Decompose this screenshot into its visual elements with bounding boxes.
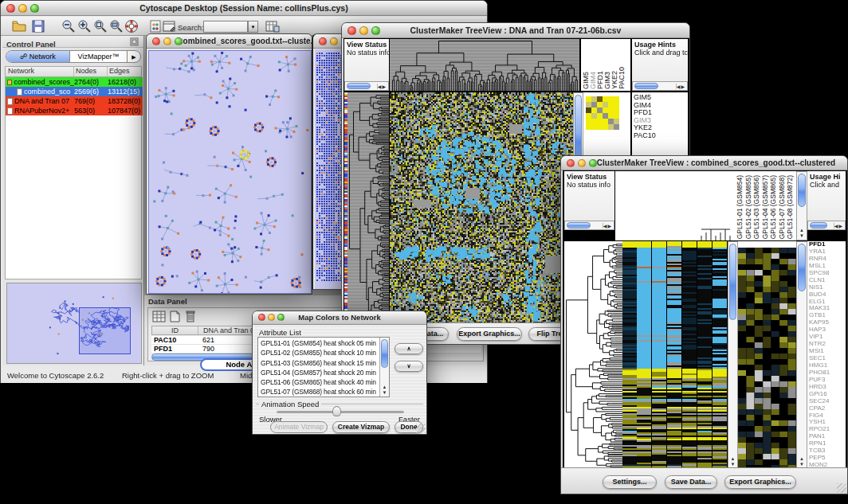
treeview1-titlebar[interactable]: ClusterMaker TreeView : DNA and Tran 07-… bbox=[342, 23, 689, 38]
attribute-list-item[interactable]: GPL51-07 (GSM868) heat shock 60 min bbox=[258, 387, 389, 397]
col-header-edges[interactable]: Edges bbox=[108, 67, 130, 76]
tv1-heatmap-canvas[interactable] bbox=[390, 92, 573, 324]
attribute-listbox[interactable]: GPL51-01 (GSM854) heat shock 05 minGPL51… bbox=[257, 337, 390, 397]
close-button[interactable] bbox=[152, 37, 160, 45]
search-dropdown-button[interactable]: ▼ bbox=[248, 21, 258, 33]
tv2-column-dendrogram[interactable] bbox=[615, 171, 735, 240]
attribute-list-item[interactable]: GPL51-04 (GSM857) heat shock 20 min bbox=[258, 368, 389, 377]
tv2-usage-hscrollbar[interactable]: ◀▶ bbox=[807, 221, 846, 230]
create-vizmap-button[interactable]: Create Vizmap bbox=[332, 421, 390, 433]
tv2-gene-vscrollbar[interactable]: ▲▼ bbox=[796, 241, 807, 469]
move-down-button[interactable]: ∨ bbox=[395, 361, 423, 372]
data-row-id: PFD1 bbox=[151, 345, 198, 353]
attribute-list-item[interactable]: GPL51-06 (GSM865) heat shock 40 min bbox=[258, 377, 389, 387]
save-icon[interactable] bbox=[31, 19, 45, 33]
zoom-button[interactable] bbox=[277, 314, 285, 321]
attribute-list-item[interactable]: GPL51-01 (GSM854) heat shock 05 min bbox=[258, 338, 389, 348]
vizmapper-icon[interactable] bbox=[150, 19, 161, 33]
zoom-out-icon[interactable] bbox=[61, 19, 76, 33]
annotation-icon[interactable] bbox=[163, 19, 175, 33]
tv1-status-hscrollbar[interactable]: ◀▶ bbox=[344, 81, 389, 91]
zoom-button[interactable] bbox=[175, 37, 183, 45]
new-attribute-icon[interactable] bbox=[170, 311, 180, 322]
tv2-settings-button[interactable]: Settings... bbox=[603, 475, 657, 489]
control-panel-title: Control Panel bbox=[2, 40, 56, 49]
animate-vizmap-button[interactable]: Animate Vizmap bbox=[270, 421, 328, 433]
tv1-column-label[interactable]: PAC10 bbox=[618, 67, 626, 89]
resize-grip[interactable] bbox=[837, 483, 846, 493]
attribute-list-item[interactable]: GPL51-02 (GSM855) heat shock 10 min bbox=[258, 348, 389, 357]
network-table-row[interactable]: combined_sco2569(6)13112(15) bbox=[6, 87, 143, 96]
col-header-network[interactable]: Network bbox=[6, 67, 74, 76]
zoom-button[interactable] bbox=[30, 4, 39, 13]
tv2-heatmap-vscrollbar[interactable]: ▲▼ bbox=[728, 241, 738, 469]
tv2-export-graphics-button[interactable]: Export Graphics... bbox=[724, 475, 796, 489]
close-button[interactable] bbox=[347, 26, 356, 35]
delete-attribute-icon[interactable] bbox=[185, 310, 196, 322]
data-col-id[interactable]: ID bbox=[152, 326, 198, 334]
tv2-save-data-button[interactable]: Save Data... bbox=[665, 475, 717, 489]
close-button[interactable] bbox=[319, 37, 327, 45]
minimize-button[interactable] bbox=[359, 26, 368, 35]
attribute-list-vscrollbar[interactable]: ▲▼ bbox=[379, 338, 389, 397]
table-mode-icon[interactable] bbox=[152, 311, 166, 322]
tv2-column-label[interactable]: GPL51-02 (GSM855) bbox=[744, 175, 753, 239]
resize-grip[interactable] bbox=[416, 424, 426, 433]
tv1-export-graphics-button[interactable]: Export Graphics... bbox=[457, 327, 522, 341]
tv2-row-dendrogram[interactable] bbox=[564, 241, 622, 469]
tv2-column-label[interactable]: GPL51-03 (GSM856) bbox=[752, 175, 761, 239]
tv1-usage-hscrollbar[interactable]: ◀▶ bbox=[632, 81, 688, 91]
animation-speed-label: Animation Speed bbox=[259, 400, 321, 408]
help-lifering-icon[interactable] bbox=[124, 19, 139, 33]
search-input[interactable] bbox=[203, 21, 248, 33]
network-table-row[interactable]: RNAPuberNov2+563(0)107847(0) bbox=[6, 106, 143, 115]
tv2-secondary-heatmap[interactable] bbox=[738, 241, 796, 469]
network-table-row[interactable]: combined_scores_2764(0)16218(0) bbox=[6, 77, 143, 87]
dialog-titlebar[interactable]: Map Colors to Network bbox=[253, 311, 426, 325]
tab-vizmapper[interactable]: VizMapper™ bbox=[70, 51, 128, 62]
main-titlebar[interactable]: Cytoscape Desktop (Session Name: collins… bbox=[1, 1, 487, 16]
tv2-column-label[interactable]: GPL51-07 (GSM868) bbox=[778, 175, 787, 239]
minimize-button[interactable] bbox=[578, 159, 586, 167]
tv2-column-label[interactable]: GPL51-08 (GSM872) bbox=[786, 175, 795, 239]
tv1-correlation-matrix[interactable] bbox=[586, 96, 619, 130]
minimize-button[interactable] bbox=[330, 37, 338, 45]
tv1-row-dendrogram[interactable] bbox=[347, 92, 389, 324]
zoom-button[interactable] bbox=[589, 159, 597, 167]
folder-icon bbox=[7, 80, 12, 85]
animation-speed-slider-thumb[interactable] bbox=[332, 406, 341, 416]
status-hint-zoom: Right-click + drag to ZOOM bbox=[122, 371, 214, 380]
data-row-value: 621 bbox=[198, 336, 214, 344]
tab-overflow-button[interactable]: ▶ bbox=[128, 51, 140, 62]
attribute-list-item[interactable]: GPL51-03 (GSM856) heat shock 15 min bbox=[258, 358, 389, 368]
birdseye-view-canvas[interactable] bbox=[6, 283, 142, 364]
zoom-selected-icon[interactable] bbox=[93, 19, 108, 33]
tab-network[interactable]: ☍ Network bbox=[6, 51, 70, 62]
zoom-button[interactable] bbox=[371, 26, 380, 35]
tv2-column-label[interactable]: GPL51-04 (GSM857) bbox=[761, 175, 770, 239]
zoom-in-icon[interactable] bbox=[77, 19, 92, 33]
tv2-collabel-vscrollbar[interactable]: ▲▼ bbox=[796, 171, 807, 240]
close-button[interactable] bbox=[6, 4, 15, 13]
zoom-fit-icon[interactable] bbox=[109, 19, 124, 33]
tv2-heatmap-canvas[interactable] bbox=[622, 241, 728, 469]
network-table-row[interactable]: DNA and Tran 07769(0)183728(0) bbox=[6, 96, 143, 106]
network-window-titlebar[interactable]: combined_scores_good.txt--cluste... bbox=[147, 34, 312, 49]
tv1-row-label[interactable]: PAC10 bbox=[632, 132, 688, 140]
tv2-column-label[interactable]: GPL51-01 (GSM854) bbox=[736, 175, 744, 239]
close-button[interactable] bbox=[258, 314, 265, 321]
minimize-button[interactable] bbox=[18, 4, 27, 13]
tv2-column-label[interactable]: GPL51-06 (GSM865) bbox=[769, 175, 778, 239]
float-panel-icon[interactable] bbox=[130, 37, 139, 46]
tv2-status-hscrollbar[interactable]: ◀▶ bbox=[564, 221, 614, 230]
treeview2-titlebar[interactable]: ClusterMaker TreeView : combined_scores_… bbox=[561, 156, 847, 170]
network-canvas[interactable] bbox=[148, 50, 312, 294]
open-folder-icon[interactable] bbox=[12, 19, 26, 33]
tv1-column-dendrogram[interactable] bbox=[390, 39, 579, 91]
minimize-button[interactable] bbox=[163, 37, 171, 45]
col-header-nodes[interactable]: Nodes bbox=[74, 67, 108, 76]
close-button[interactable] bbox=[567, 159, 575, 167]
table-browser-icon[interactable] bbox=[265, 19, 280, 33]
move-up-button[interactable]: ∧ bbox=[395, 343, 423, 354]
minimize-button[interactable] bbox=[268, 314, 275, 321]
